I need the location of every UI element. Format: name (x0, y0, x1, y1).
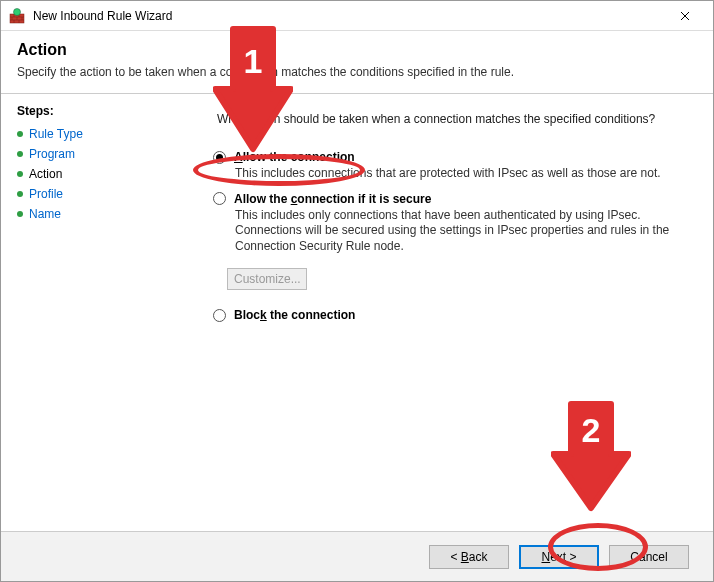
sidebar-step-program[interactable]: Program (17, 144, 169, 164)
option-row[interactable]: Allow the connection (213, 150, 689, 164)
wizard-window: New Inbound Rule Wizard Action Specify t… (0, 0, 714, 582)
steps-heading: Steps: (17, 104, 169, 118)
option-label: Allow the connection if it is secure (234, 192, 431, 206)
sidebar-step-rule-type[interactable]: Rule Type (17, 124, 169, 144)
step-label: Name (29, 207, 61, 221)
wizard-content: What action should be taken when a conne… (181, 94, 713, 531)
back-button[interactable]: < Back (429, 545, 509, 569)
option-description: This includes connections that are prote… (235, 166, 675, 182)
step-label: Program (29, 147, 75, 161)
button-bar: < Back Next > Cancel (1, 531, 713, 581)
sidebar-step-action[interactable]: Action (17, 164, 169, 184)
radio-button[interactable] (213, 309, 226, 322)
wizard-header: Action Specify the action to be taken wh… (1, 31, 713, 94)
option-description: This includes only connections that have… (235, 208, 675, 255)
close-button[interactable] (665, 1, 705, 30)
bullet-icon (17, 131, 23, 137)
steps-sidebar: Steps: Rule TypeProgramActionProfileName (1, 94, 181, 531)
step-label: Action (29, 167, 62, 181)
page-subtitle: Specify the action to be taken when a co… (17, 65, 697, 79)
step-label: Rule Type (29, 127, 83, 141)
sidebar-step-name[interactable]: Name (17, 204, 169, 224)
titlebar: New Inbound Rule Wizard (1, 1, 713, 31)
wizard-body: Steps: Rule TypeProgramActionProfileName… (1, 94, 713, 531)
step-label: Profile (29, 187, 63, 201)
next-button[interactable]: Next > (519, 545, 599, 569)
bullet-icon (17, 211, 23, 217)
action-option-2: Block the connection (205, 308, 689, 322)
radio-button[interactable] (213, 192, 226, 205)
bullet-icon (17, 151, 23, 157)
close-icon (680, 11, 690, 21)
sidebar-step-profile[interactable]: Profile (17, 184, 169, 204)
bullet-icon (17, 191, 23, 197)
radio-button[interactable] (213, 151, 226, 164)
option-row[interactable]: Block the connection (213, 308, 689, 322)
firewall-app-icon (9, 8, 25, 24)
action-option-1: Allow the connection if it is secureThis… (205, 192, 689, 255)
option-label: Block the connection (234, 308, 355, 322)
bullet-icon (17, 171, 23, 177)
window-title: New Inbound Rule Wizard (33, 9, 665, 23)
option-row[interactable]: Allow the connection if it is secure (213, 192, 689, 206)
page-title: Action (17, 41, 697, 59)
customize-button: Customize... (227, 268, 307, 290)
cancel-button[interactable]: Cancel (609, 545, 689, 569)
action-prompt: What action should be taken when a conne… (217, 112, 689, 126)
option-label: Allow the connection (234, 150, 355, 164)
action-option-0: Allow the connectionThis includes connec… (205, 150, 689, 182)
